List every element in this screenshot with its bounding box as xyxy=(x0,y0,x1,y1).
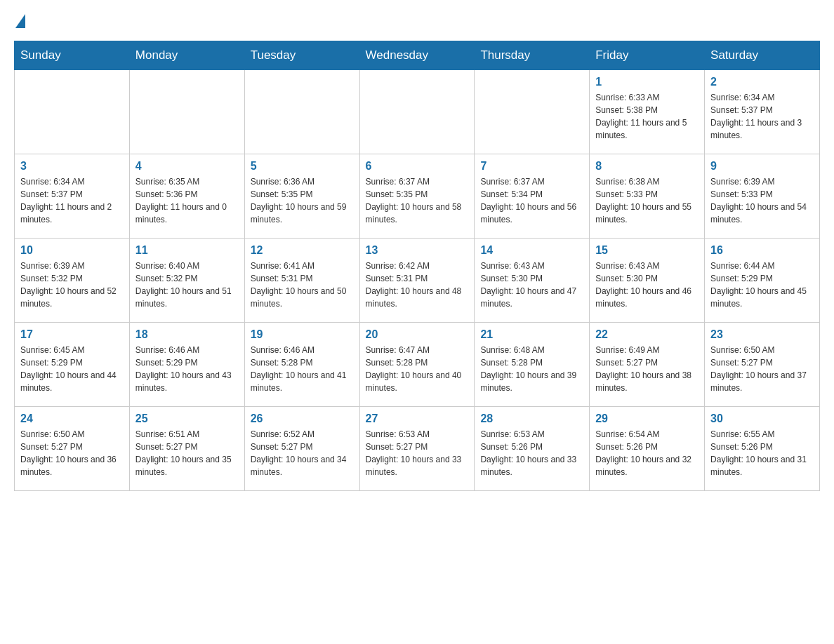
day-info: Sunrise: 6:44 AM Sunset: 5:29 PM Dayligh… xyxy=(710,260,814,310)
calendar-header-row: SundayMondayTuesdayWednesdayThursdayFrid… xyxy=(15,41,820,70)
day-info: Sunrise: 6:49 AM Sunset: 5:27 PM Dayligh… xyxy=(595,344,699,394)
day-number: 24 xyxy=(20,412,124,425)
calendar-cell: 11Sunrise: 6:40 AM Sunset: 5:32 PM Dayli… xyxy=(129,239,244,323)
day-info: Sunrise: 6:46 AM Sunset: 5:29 PM Dayligh… xyxy=(135,344,239,394)
day-number: 20 xyxy=(366,328,469,341)
day-info: Sunrise: 6:43 AM Sunset: 5:30 PM Dayligh… xyxy=(595,260,699,310)
calendar-cell: 8Sunrise: 6:38 AM Sunset: 5:33 PM Daylig… xyxy=(590,154,705,239)
day-number: 25 xyxy=(135,412,239,425)
day-info: Sunrise: 6:52 AM Sunset: 5:27 PM Dayligh… xyxy=(251,428,354,478)
calendar-cell xyxy=(15,70,130,154)
calendar-cell: 19Sunrise: 6:46 AM Sunset: 5:28 PM Dayli… xyxy=(244,323,359,407)
day-info: Sunrise: 6:40 AM Sunset: 5:32 PM Dayligh… xyxy=(135,260,239,310)
day-info: Sunrise: 6:53 AM Sunset: 5:27 PM Dayligh… xyxy=(366,428,469,478)
calendar-cell: 15Sunrise: 6:43 AM Sunset: 5:30 PM Dayli… xyxy=(590,239,705,323)
day-info: Sunrise: 6:35 AM Sunset: 5:36 PM Dayligh… xyxy=(135,175,239,226)
calendar-cell: 9Sunrise: 6:39 AM Sunset: 5:33 PM Daylig… xyxy=(705,154,820,239)
day-number: 8 xyxy=(595,160,699,173)
day-info: Sunrise: 6:48 AM Sunset: 5:28 PM Dayligh… xyxy=(480,344,583,394)
day-number: 28 xyxy=(480,412,583,425)
day-info: Sunrise: 6:39 AM Sunset: 5:32 PM Dayligh… xyxy=(20,260,124,310)
day-info: Sunrise: 6:34 AM Sunset: 5:37 PM Dayligh… xyxy=(20,175,124,226)
day-number: 22 xyxy=(595,328,699,341)
calendar-cell: 13Sunrise: 6:42 AM Sunset: 5:31 PM Dayli… xyxy=(359,239,475,323)
day-number: 11 xyxy=(135,244,239,257)
day-info: Sunrise: 6:55 AM Sunset: 5:26 PM Dayligh… xyxy=(710,428,814,478)
day-number: 15 xyxy=(595,244,699,257)
day-info: Sunrise: 6:43 AM Sunset: 5:30 PM Dayligh… xyxy=(480,260,583,310)
day-number: 26 xyxy=(251,412,354,425)
day-info: Sunrise: 6:39 AM Sunset: 5:33 PM Dayligh… xyxy=(710,175,814,226)
day-number: 2 xyxy=(710,76,814,88)
day-number: 5 xyxy=(251,160,354,173)
calendar-cell: 20Sunrise: 6:47 AM Sunset: 5:28 PM Dayli… xyxy=(359,323,475,407)
calendar-week-row: 17Sunrise: 6:45 AM Sunset: 5:29 PM Dayli… xyxy=(15,323,820,407)
day-number: 14 xyxy=(480,244,583,257)
calendar-header-monday: Monday xyxy=(129,41,244,70)
calendar-cell: 26Sunrise: 6:52 AM Sunset: 5:27 PM Dayli… xyxy=(244,407,359,491)
calendar-cell: 24Sunrise: 6:50 AM Sunset: 5:27 PM Dayli… xyxy=(15,407,130,491)
calendar-cell xyxy=(475,70,590,154)
day-info: Sunrise: 6:46 AM Sunset: 5:28 PM Dayligh… xyxy=(251,344,354,394)
day-info: Sunrise: 6:34 AM Sunset: 5:37 PM Dayligh… xyxy=(710,91,814,142)
day-number: 9 xyxy=(710,160,814,173)
day-number: 16 xyxy=(710,244,814,257)
calendar-cell: 22Sunrise: 6:49 AM Sunset: 5:27 PM Dayli… xyxy=(590,323,705,407)
day-number: 3 xyxy=(20,160,124,173)
calendar-cell: 21Sunrise: 6:48 AM Sunset: 5:28 PM Dayli… xyxy=(475,323,590,407)
day-info: Sunrise: 6:54 AM Sunset: 5:26 PM Dayligh… xyxy=(595,428,699,478)
calendar-cell: 28Sunrise: 6:53 AM Sunset: 5:26 PM Dayli… xyxy=(475,407,590,491)
calendar-cell: 14Sunrise: 6:43 AM Sunset: 5:30 PM Dayli… xyxy=(475,239,590,323)
calendar-cell: 5Sunrise: 6:36 AM Sunset: 5:35 PM Daylig… xyxy=(244,154,359,239)
calendar-week-row: 1Sunrise: 6:33 AM Sunset: 5:38 PM Daylig… xyxy=(15,70,820,154)
day-info: Sunrise: 6:47 AM Sunset: 5:28 PM Dayligh… xyxy=(366,344,469,394)
day-number: 17 xyxy=(20,328,124,341)
day-info: Sunrise: 6:37 AM Sunset: 5:34 PM Dayligh… xyxy=(480,175,583,226)
day-info: Sunrise: 6:51 AM Sunset: 5:27 PM Dayligh… xyxy=(135,428,239,478)
page-header xyxy=(14,14,820,28)
day-info: Sunrise: 6:41 AM Sunset: 5:31 PM Dayligh… xyxy=(251,260,354,310)
calendar-header-friday: Friday xyxy=(590,41,705,70)
calendar-cell: 27Sunrise: 6:53 AM Sunset: 5:27 PM Dayli… xyxy=(359,407,475,491)
calendar-cell: 30Sunrise: 6:55 AM Sunset: 5:26 PM Dayli… xyxy=(705,407,820,491)
day-info: Sunrise: 6:50 AM Sunset: 5:27 PM Dayligh… xyxy=(20,428,124,478)
calendar-cell: 7Sunrise: 6:37 AM Sunset: 5:34 PM Daylig… xyxy=(475,154,590,239)
calendar-week-row: 10Sunrise: 6:39 AM Sunset: 5:32 PM Dayli… xyxy=(15,239,820,323)
day-info: Sunrise: 6:50 AM Sunset: 5:27 PM Dayligh… xyxy=(710,344,814,394)
calendar-cell: 18Sunrise: 6:46 AM Sunset: 5:29 PM Dayli… xyxy=(129,323,244,407)
calendar-week-row: 3Sunrise: 6:34 AM Sunset: 5:37 PM Daylig… xyxy=(15,154,820,239)
calendar-cell: 6Sunrise: 6:37 AM Sunset: 5:35 PM Daylig… xyxy=(359,154,475,239)
day-number: 19 xyxy=(251,328,354,341)
day-number: 18 xyxy=(135,328,239,341)
day-info: Sunrise: 6:36 AM Sunset: 5:35 PM Dayligh… xyxy=(251,175,354,226)
day-info: Sunrise: 6:45 AM Sunset: 5:29 PM Dayligh… xyxy=(20,344,124,394)
day-number: 21 xyxy=(480,328,583,341)
calendar-cell xyxy=(129,70,244,154)
day-info: Sunrise: 6:33 AM Sunset: 5:38 PM Dayligh… xyxy=(595,91,699,142)
day-number: 13 xyxy=(366,244,469,257)
calendar-cell: 29Sunrise: 6:54 AM Sunset: 5:26 PM Dayli… xyxy=(590,407,705,491)
logo-triangle-icon xyxy=(15,14,25,28)
calendar-cell: 17Sunrise: 6:45 AM Sunset: 5:29 PM Dayli… xyxy=(15,323,130,407)
day-number: 30 xyxy=(710,412,814,425)
calendar-header-tuesday: Tuesday xyxy=(244,41,359,70)
day-number: 4 xyxy=(135,160,239,173)
calendar-header-wednesday: Wednesday xyxy=(359,41,475,70)
day-number: 29 xyxy=(595,412,699,425)
calendar-week-row: 24Sunrise: 6:50 AM Sunset: 5:27 PM Dayli… xyxy=(15,407,820,491)
calendar-cell: 2Sunrise: 6:34 AM Sunset: 5:37 PM Daylig… xyxy=(705,70,820,154)
calendar-cell: 16Sunrise: 6:44 AM Sunset: 5:29 PM Dayli… xyxy=(705,239,820,323)
day-info: Sunrise: 6:53 AM Sunset: 5:26 PM Dayligh… xyxy=(480,428,583,478)
day-info: Sunrise: 6:37 AM Sunset: 5:35 PM Dayligh… xyxy=(366,175,469,226)
day-number: 27 xyxy=(366,412,469,425)
calendar-cell: 10Sunrise: 6:39 AM Sunset: 5:32 PM Dayli… xyxy=(15,239,130,323)
calendar-cell: 25Sunrise: 6:51 AM Sunset: 5:27 PM Dayli… xyxy=(129,407,244,491)
calendar-cell xyxy=(359,70,475,154)
calendar-header-thursday: Thursday xyxy=(475,41,590,70)
day-number: 23 xyxy=(710,328,814,341)
day-number: 1 xyxy=(595,76,699,88)
calendar-cell xyxy=(244,70,359,154)
day-info: Sunrise: 6:38 AM Sunset: 5:33 PM Dayligh… xyxy=(595,175,699,226)
calendar-header-saturday: Saturday xyxy=(705,41,820,70)
calendar-cell: 12Sunrise: 6:41 AM Sunset: 5:31 PM Dayli… xyxy=(244,239,359,323)
